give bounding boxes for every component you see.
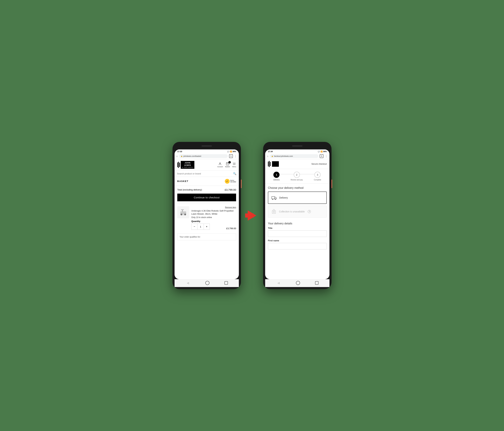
jl-bar-3 — [179, 163, 180, 167]
secure-checkout-label: Secure checkout — [312, 163, 327, 165]
title-label: Title — [268, 227, 327, 229]
phone-screen: 17:34 💬 📶 84% ⌂ 🔒 heckout.johnlewis.com … — [265, 150, 329, 279]
jl-bar-2 — [178, 162, 179, 168]
svg-point-9 — [181, 214, 182, 215]
whatsapp-icon: 💬 — [318, 151, 320, 152]
address-bar: ⌂ 🔒 johnlewis.com/basket 5 ⋮ — [175, 153, 239, 159]
help-icon[interactable]: ? — [308, 210, 311, 213]
svg-rect-16 — [272, 211, 276, 214]
first-name-input[interactable] — [268, 243, 327, 249]
svg-rect-12 — [181, 209, 184, 210]
status-bar: 17:34 💬 📶 84% — [265, 150, 329, 153]
product-image — [179, 208, 188, 216]
delivery-method-title: Choose your delivery method — [265, 184, 329, 192]
screen-content: Secure checkout 1 Delivery 2 Review — [265, 159, 329, 279]
item-details: Remove item Ambrogio 4.36 Elite Robotic … — [191, 206, 236, 230]
quantity-controls: − 1 + — [191, 224, 210, 230]
lock-icon: 🔒 — [271, 155, 273, 157]
phone-screen: 17:33 💬 📶 84% ⌂ 🔒 johnlewis.com/basket 5… — [175, 150, 239, 279]
basket-title: BASKET — [177, 180, 189, 182]
side-button — [332, 179, 332, 188]
home-icon[interactable]: ⌂ — [267, 155, 268, 158]
jl-logo: JOHNLEWIS& PARTNERS — [177, 161, 194, 169]
menu-nav-item[interactable]: Menu — [232, 162, 236, 168]
delivery-option[interactable]: Delivery — [268, 192, 327, 204]
basket-nav-item[interactable]: 1 Basket — [225, 162, 230, 168]
recents-button[interactable] — [315, 281, 318, 285]
jl-bar-1 — [268, 162, 269, 166]
checkout-button[interactable]: Continue to checkout — [177, 194, 236, 201]
jl-bar-3 — [270, 162, 271, 166]
delivery-details-title: Your delivery details — [265, 219, 329, 227]
basket-label: Basket — [225, 166, 230, 168]
tab-count[interactable]: 5 — [320, 154, 324, 158]
qualifies-text: Your order qualifies for: — [180, 236, 201, 238]
search-input[interactable] — [177, 172, 232, 175]
increase-qty-button[interactable]: + — [204, 224, 210, 230]
jl-brand-text: JOHNLEWIS& PARTNERS — [181, 161, 194, 169]
home-button[interactable] — [205, 281, 209, 285]
recents-button[interactable] — [225, 281, 228, 285]
norton-text: NortonSECURED — [230, 180, 236, 183]
right-phone: 17:34 💬 📶 84% ⌂ 🔒 heckout.johnlewis.com … — [263, 142, 332, 289]
screen-content: JOHNLEWIS& PARTNERS Account — [175, 159, 239, 279]
address-bar: ⌂ 🔒 heckout.johnlewis.com 5 ⋮ — [265, 153, 329, 159]
basket-title-bar: BASKET ✓ NortonSECURED — [175, 177, 239, 186]
battery-display: 84% — [233, 151, 236, 152]
step-review: 2 Review and pay — [291, 172, 303, 181]
phone-nav-bar: ◁ — [175, 279, 239, 287]
url-field[interactable]: 🔒 heckout.johnlewis.com — [270, 154, 318, 158]
jl-bars — [177, 162, 180, 168]
account-nav-item[interactable]: Account — [217, 162, 223, 168]
svg-point-14 — [272, 199, 273, 200]
step-2-circle: 2 — [294, 172, 300, 178]
menu-dots-icon[interactable]: ⋮ — [325, 155, 328, 158]
qualifies-box: Your order qualifies for: — [177, 234, 236, 240]
home-button[interactable] — [296, 281, 300, 285]
basket-total-row: Total (excluding delivery): £3,799.00 — [175, 186, 239, 194]
norton-badge: ✓ NortonSECURED — [225, 179, 236, 184]
step-complete: 3 Complete — [314, 172, 321, 181]
norton-icon: ✓ — [225, 179, 230, 184]
quantity-value: 1 — [198, 224, 204, 230]
site-header: JOHNLEWIS& PARTNERS Account — [175, 159, 239, 171]
svg-point-0 — [219, 163, 221, 164]
item-name: Ambrogio 4.36 Elite Robotic Self-Propell… — [191, 209, 236, 216]
svg-rect-13 — [272, 197, 275, 199]
title-field-group: Title — [265, 227, 329, 239]
menu-dots-icon[interactable]: ⋮ — [234, 155, 237, 158]
step-3-circle: 3 — [315, 172, 321, 178]
search-icon: 🔍 — [233, 172, 236, 175]
delivery-label: Delivery — [279, 196, 288, 199]
collection-option: Collection is unavailable ? — [268, 206, 327, 217]
title-input[interactable] — [268, 230, 327, 237]
menu-label: Menu — [232, 166, 236, 168]
svg-point-10 — [185, 214, 186, 215]
signal-icon: 📶 — [321, 151, 323, 152]
svg-rect-17 — [273, 212, 275, 212]
phone-speaker — [292, 145, 302, 147]
remove-item-link[interactable]: Remove item — [191, 206, 236, 208]
url-field[interactable]: 🔒 johnlewis.com/basket — [179, 154, 228, 158]
decrease-qty-button[interactable]: − — [191, 224, 198, 230]
item-image — [177, 206, 189, 218]
red-arrow-icon — [248, 210, 256, 221]
time-display: 17:34 — [268, 150, 273, 152]
signal-icon: 📶 — [230, 151, 232, 152]
step-1-circle: 1 — [273, 172, 279, 178]
step-2-label: Review and pay — [291, 179, 303, 181]
item-stock: Only 10 in stock online — [191, 216, 236, 219]
back-button[interactable]: ◁ — [186, 281, 190, 285]
url-text: heckout.johnlewis.com — [274, 155, 293, 157]
back-button[interactable]: ◁ — [276, 281, 281, 285]
home-icon[interactable]: ⌂ — [176, 155, 178, 158]
item-price: £3,799.00 — [226, 227, 236, 230]
account-label: Account — [217, 166, 223, 168]
search-bar: 🔍 — [175, 171, 239, 177]
tab-count[interactable]: 5 — [229, 154, 233, 158]
first-name-field-group: First name — [265, 239, 329, 252]
basket-item: Remove item Ambrogio 4.36 Elite Robotic … — [175, 204, 239, 232]
svg-point-15 — [275, 199, 276, 200]
basket-badge: 1 — [228, 161, 231, 163]
collection-label: Collection is unavailable — [279, 210, 305, 213]
